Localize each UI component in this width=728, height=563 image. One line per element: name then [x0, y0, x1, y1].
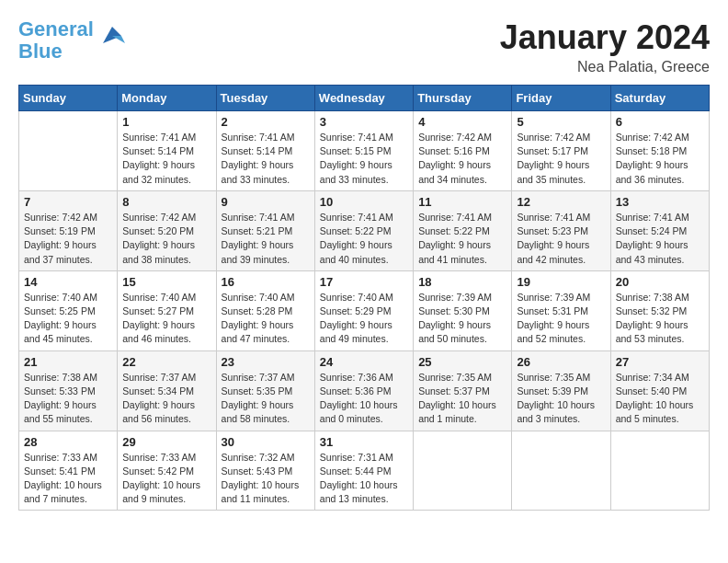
- day-number: 27: [616, 355, 704, 369]
- calendar-cell: 17Sunrise: 7:40 AM Sunset: 5:29 PM Dayli…: [314, 270, 413, 350]
- calendar-cell: 21Sunrise: 7:38 AM Sunset: 5:33 PM Dayli…: [19, 350, 118, 431]
- calendar-cell: 8Sunrise: 7:42 AM Sunset: 5:20 PM Daylig…: [118, 190, 216, 270]
- day-number: 13: [616, 195, 704, 209]
- day-info: Sunrise: 7:36 AM Sunset: 5:36 PM Dayligh…: [320, 371, 408, 427]
- day-info: Sunrise: 7:42 AM Sunset: 5:17 PM Dayligh…: [517, 131, 605, 187]
- day-header-thursday: Thursday: [414, 86, 512, 111]
- calendar-cell: 5Sunrise: 7:42 AM Sunset: 5:17 PM Daylig…: [512, 111, 610, 191]
- day-number: 26: [517, 355, 605, 369]
- calendar-cell: 28Sunrise: 7:33 AM Sunset: 5:41 PM Dayli…: [19, 431, 118, 511]
- calendar-cell: 3Sunrise: 7:41 AM Sunset: 5:15 PM Daylig…: [314, 111, 413, 191]
- day-info: Sunrise: 7:41 AM Sunset: 5:22 PM Dayligh…: [418, 211, 506, 267]
- day-number: 11: [418, 195, 506, 209]
- calendar-cell: [512, 431, 610, 511]
- day-info: Sunrise: 7:34 AM Sunset: 5:40 PM Dayligh…: [616, 371, 704, 427]
- day-number: 21: [24, 355, 112, 369]
- calendar-cell: 19Sunrise: 7:39 AM Sunset: 5:31 PM Dayli…: [512, 270, 610, 350]
- day-info: Sunrise: 7:41 AM Sunset: 5:22 PM Dayligh…: [320, 211, 408, 267]
- day-number: 31: [320, 435, 408, 449]
- page-header: GeneralBlue January 2024 Nea Palatia, Gr…: [18, 18, 710, 75]
- day-info: Sunrise: 7:41 AM Sunset: 5:21 PM Dayligh…: [222, 211, 310, 267]
- day-info: Sunrise: 7:39 AM Sunset: 5:30 PM Dayligh…: [418, 291, 506, 347]
- day-number: 1: [122, 115, 210, 129]
- day-number: 10: [320, 195, 408, 209]
- day-info: Sunrise: 7:42 AM Sunset: 5:18 PM Dayligh…: [616, 131, 704, 187]
- calendar-week-row: 1Sunrise: 7:41 AM Sunset: 5:14 PM Daylig…: [19, 111, 710, 191]
- calendar-cell: 20Sunrise: 7:38 AM Sunset: 5:32 PM Dayli…: [610, 270, 709, 350]
- calendar-cell: 31Sunrise: 7:31 AM Sunset: 5:44 PM Dayli…: [314, 431, 413, 511]
- calendar-cell: 13Sunrise: 7:41 AM Sunset: 5:24 PM Dayli…: [610, 190, 709, 270]
- title-block: January 2024 Nea Palatia, Greece: [500, 18, 710, 75]
- day-info: Sunrise: 7:41 AM Sunset: 5:15 PM Dayligh…: [320, 131, 408, 187]
- day-info: Sunrise: 7:40 AM Sunset: 5:28 PM Dayligh…: [222, 291, 310, 347]
- day-info: Sunrise: 7:37 AM Sunset: 5:35 PM Dayligh…: [222, 371, 310, 427]
- day-number: 7: [24, 195, 112, 209]
- day-info: Sunrise: 7:40 AM Sunset: 5:29 PM Dayligh…: [320, 291, 408, 347]
- calendar-cell: 9Sunrise: 7:41 AM Sunset: 5:21 PM Daylig…: [216, 190, 314, 270]
- calendar-cell: 11Sunrise: 7:41 AM Sunset: 5:22 PM Dayli…: [414, 190, 512, 270]
- day-number: 28: [24, 435, 112, 449]
- calendar-cell: 2Sunrise: 7:41 AM Sunset: 5:14 PM Daylig…: [216, 111, 314, 191]
- day-info: Sunrise: 7:40 AM Sunset: 5:27 PM Dayligh…: [122, 291, 210, 347]
- day-number: 14: [24, 275, 112, 289]
- day-number: 2: [222, 115, 310, 129]
- month-title: January 2024: [500, 18, 710, 57]
- logo-text: GeneralBlue: [18, 18, 94, 63]
- day-number: 29: [122, 435, 210, 449]
- calendar-cell: 26Sunrise: 7:35 AM Sunset: 5:39 PM Dayli…: [512, 350, 610, 431]
- calendar-header-row: SundayMondayTuesdayWednesdayThursdayFrid…: [19, 86, 710, 111]
- logo-icon: [99, 23, 125, 49]
- day-number: 16: [222, 275, 310, 289]
- day-info: Sunrise: 7:35 AM Sunset: 5:37 PM Dayligh…: [418, 371, 506, 427]
- calendar-cell: 18Sunrise: 7:39 AM Sunset: 5:30 PM Dayli…: [414, 270, 512, 350]
- day-number: 22: [122, 355, 210, 369]
- calendar-cell: 10Sunrise: 7:41 AM Sunset: 5:22 PM Dayli…: [314, 190, 413, 270]
- calendar-cell: 1Sunrise: 7:41 AM Sunset: 5:14 PM Daylig…: [118, 111, 216, 191]
- day-header-tuesday: Tuesday: [216, 86, 314, 111]
- day-info: Sunrise: 7:39 AM Sunset: 5:31 PM Dayligh…: [517, 291, 605, 347]
- calendar-cell: [610, 431, 709, 511]
- calendar-week-row: 21Sunrise: 7:38 AM Sunset: 5:33 PM Dayli…: [19, 350, 710, 431]
- calendar-week-row: 28Sunrise: 7:33 AM Sunset: 5:41 PM Dayli…: [19, 431, 710, 511]
- calendar-cell: 15Sunrise: 7:40 AM Sunset: 5:27 PM Dayli…: [118, 270, 216, 350]
- day-number: 4: [418, 115, 506, 129]
- day-header-saturday: Saturday: [610, 86, 709, 111]
- calendar-cell: 14Sunrise: 7:40 AM Sunset: 5:25 PM Dayli…: [19, 270, 118, 350]
- day-info: Sunrise: 7:32 AM Sunset: 5:43 PM Dayligh…: [222, 451, 310, 507]
- calendar-cell: 6Sunrise: 7:42 AM Sunset: 5:18 PM Daylig…: [610, 111, 709, 191]
- day-number: 30: [222, 435, 310, 449]
- calendar-cell: [414, 431, 512, 511]
- day-info: Sunrise: 7:37 AM Sunset: 5:34 PM Dayligh…: [122, 371, 210, 427]
- day-number: 3: [320, 115, 408, 129]
- day-number: 23: [222, 355, 310, 369]
- calendar-cell: 25Sunrise: 7:35 AM Sunset: 5:37 PM Dayli…: [414, 350, 512, 431]
- day-info: Sunrise: 7:35 AM Sunset: 5:39 PM Dayligh…: [517, 371, 605, 427]
- calendar-cell: 12Sunrise: 7:41 AM Sunset: 5:23 PM Dayli…: [512, 190, 610, 270]
- day-info: Sunrise: 7:42 AM Sunset: 5:20 PM Dayligh…: [122, 211, 210, 267]
- day-info: Sunrise: 7:41 AM Sunset: 5:14 PM Dayligh…: [222, 131, 310, 187]
- calendar-cell: 22Sunrise: 7:37 AM Sunset: 5:34 PM Dayli…: [118, 350, 216, 431]
- calendar-cell: 16Sunrise: 7:40 AM Sunset: 5:28 PM Dayli…: [216, 270, 314, 350]
- day-info: Sunrise: 7:42 AM Sunset: 5:16 PM Dayligh…: [418, 131, 506, 187]
- day-number: 9: [222, 195, 310, 209]
- location-subtitle: Nea Palatia, Greece: [500, 59, 710, 75]
- calendar-cell: 7Sunrise: 7:42 AM Sunset: 5:19 PM Daylig…: [19, 190, 118, 270]
- day-header-sunday: Sunday: [19, 86, 118, 111]
- day-info: Sunrise: 7:38 AM Sunset: 5:32 PM Dayligh…: [616, 291, 704, 347]
- calendar-week-row: 7Sunrise: 7:42 AM Sunset: 5:19 PM Daylig…: [19, 190, 710, 270]
- logo: GeneralBlue: [18, 18, 125, 63]
- day-number: 24: [320, 355, 408, 369]
- day-info: Sunrise: 7:41 AM Sunset: 5:14 PM Dayligh…: [122, 131, 210, 187]
- day-info: Sunrise: 7:41 AM Sunset: 5:23 PM Dayligh…: [517, 211, 605, 267]
- day-info: Sunrise: 7:42 AM Sunset: 5:19 PM Dayligh…: [24, 211, 112, 267]
- day-number: 8: [122, 195, 210, 209]
- calendar-cell: 30Sunrise: 7:32 AM Sunset: 5:43 PM Dayli…: [216, 431, 314, 511]
- calendar-week-row: 14Sunrise: 7:40 AM Sunset: 5:25 PM Dayli…: [19, 270, 710, 350]
- day-info: Sunrise: 7:33 AM Sunset: 5:42 PM Dayligh…: [122, 451, 210, 507]
- day-info: Sunrise: 7:40 AM Sunset: 5:25 PM Dayligh…: [24, 291, 112, 347]
- calendar-cell: 23Sunrise: 7:37 AM Sunset: 5:35 PM Dayli…: [216, 350, 314, 431]
- day-number: 6: [616, 115, 704, 129]
- day-number: 19: [517, 275, 605, 289]
- calendar-cell: 24Sunrise: 7:36 AM Sunset: 5:36 PM Dayli…: [314, 350, 413, 431]
- day-number: 20: [616, 275, 704, 289]
